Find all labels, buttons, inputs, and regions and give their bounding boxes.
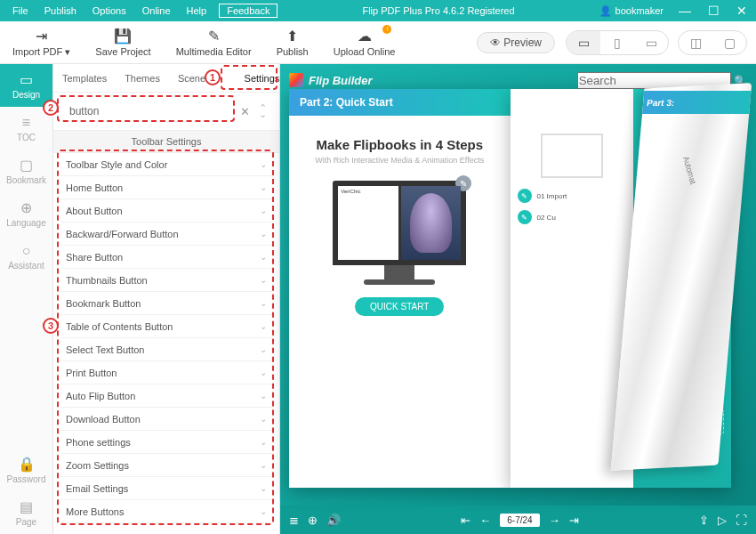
menu-file[interactable]: File [5,5,36,16]
chevron-down-icon: ⌄ [260,275,267,285]
maximize-button[interactable]: ☐ [699,4,728,18]
tab-themes[interactable]: Themes [116,64,169,92]
cloud-icon: ☁ [358,28,372,44]
chevron-down-icon: ⌄ [260,368,267,377]
minimize-button[interactable]: — [671,4,699,18]
tab-templates[interactable]: Templates [53,64,116,92]
page-indicator[interactable]: 6-7/24 [500,514,539,527]
bookmark-icon: ▢ [20,157,33,174]
next-page-button[interactable]: → [549,514,560,527]
page-subheading: With Rich Interactive Media & Animation … [289,156,511,165]
rail-toc[interactable]: ≡TOC [0,107,52,150]
left-rail: ▭Design ≡TOC ▢Bookmark ⊕Language ○Assist… [0,64,53,534]
setting-item[interactable]: Bookmark Button⌄ [60,292,272,315]
setting-item-label: About Button [66,206,123,216]
user-badge[interactable]: 👤 bookmaker [599,5,664,17]
setting-item[interactable]: Table of Contents Button⌄ [60,315,272,338]
save-icon: 💾 [114,28,132,44]
sound-button[interactable]: 🔊 [326,514,341,527]
import-pdf-button[interactable]: ⇥ Import PDF ▾ [0,21,83,63]
setting-item[interactable]: Thumbnails Button⌄ [60,269,272,292]
step-01: ✎01 Import [518,189,627,203]
editor-label: Multimedia Editor [176,46,252,57]
upload-online-button[interactable]: ☁ ↑ Upload Online [321,21,408,63]
publish-button[interactable]: ⬆ Publish [264,21,321,63]
expand-collapse-buttons[interactable]: ⌃⌄ [259,105,267,117]
fullscreen-button[interactable]: ⛶ [736,514,747,527]
rail-password-label: Password [7,474,46,484]
tablet-illustration [541,134,603,178]
rail-design[interactable]: ▭Design [0,64,52,107]
toolbar-settings-header: Toolbar Settings [53,130,279,153]
share-button[interactable]: ⇪ [699,514,709,527]
device-preview-group: ▭ ▯ ▭ [566,30,669,55]
setting-item-label: Zoom Settings [66,460,129,471]
rail-assistant[interactable]: ○Assistant [0,235,52,278]
rail-language[interactable]: ⊕Language [0,192,52,235]
main-area: ▭Design ≡TOC ▢Bookmark ⊕Language ○Assist… [0,64,756,534]
menu-online[interactable]: Online [135,5,178,16]
setting-item-label: Print Button [66,368,117,378]
flipbuilder-logo: Flip Builder [289,73,373,87]
double-page-button[interactable]: ◫ [679,31,712,54]
setting-item-label: More Buttons [66,506,124,517]
setting-item[interactable]: Backward/Forward Button⌄ [60,222,272,246]
book-preview[interactable]: Part 2: Quick Start Make Flipbooks in 4 … [289,89,731,488]
chevron-down-icon: ⌄ [260,483,267,493]
settings-search-row: ✕ ⌃⌄ [59,96,274,126]
clear-search-button[interactable]: ✕ [238,105,252,118]
zoom-button[interactable]: ⊕ [308,514,318,527]
prev-page-button[interactable]: ← [479,514,491,527]
rail-password[interactable]: 🔒Password [0,449,52,491]
autoplay-button[interactable]: ▷ [718,514,727,527]
setting-item[interactable]: Download Button⌄ [60,408,272,431]
setting-item[interactable]: Print Button⌄ [60,361,272,384]
setting-item-label: Download Button [66,414,141,425]
setting-item-label: Home Button [66,182,123,193]
menu-bar: File Publish Options Online Help [0,5,213,16]
setting-item-label: Toolbar Style and Color [66,159,167,170]
publish-label: Publish [277,46,309,57]
quick-start-button[interactable]: QUICK START [355,297,444,316]
tablet-view-button[interactable]: ▯ [600,31,634,54]
menu-help[interactable]: Help [180,5,214,16]
page-heading: Make Flipbooks in 4 Steps [289,137,511,152]
settings-search-input[interactable] [66,101,235,122]
setting-item[interactable]: About Button⌄ [60,199,272,222]
chevron-down-icon: ⌄ [260,391,267,400]
window-buttons: — ☐ ✕ [671,4,756,18]
last-page-button[interactable]: ⇥ [569,514,579,527]
design-tabs: Templates Themes Scenes Settings [53,64,279,93]
setting-item[interactable]: More Buttons⌄ [60,500,272,523]
setting-item[interactable]: Select Text Button⌄ [60,338,272,361]
rail-bookmark[interactable]: ▢Bookmark [0,150,52,192]
editor-icon: ✎ [208,28,220,44]
setting-item[interactable]: Share Button⌄ [60,246,272,269]
setting-item[interactable]: Auto Flip Button⌄ [60,384,272,408]
menu-options[interactable]: Options [85,5,133,16]
feedback-button[interactable]: Feedback [219,4,277,18]
multimedia-editor-button[interactable]: ✎ Multimedia Editor [164,21,264,63]
single-page-button[interactable]: ▢ [712,31,746,54]
tab-scenes[interactable]: Scenes [169,64,220,92]
setting-item[interactable]: Phone settings⌄ [60,431,272,454]
notification-dot-icon: ↑ [382,25,391,34]
setting-item[interactable]: Home Button⌄ [60,176,272,199]
settings-list: Toolbar Style and Color⌄Home Button⌄Abou… [53,153,279,534]
first-page-button[interactable]: ⇤ [461,514,470,527]
desktop-view-button[interactable]: ▭ [567,31,600,54]
save-project-button[interactable]: 💾 Save Project [83,21,163,63]
thumbnails-button[interactable]: ≣ [289,514,299,527]
setting-item[interactable]: Zoom Settings⌄ [60,454,272,477]
language-icon: ⊕ [20,199,32,216]
preview-button[interactable]: 👁 Preview [477,32,555,53]
rail-page[interactable]: ▤Page [0,491,52,534]
menu-publish[interactable]: Publish [37,5,84,16]
setting-item-label: Phone settings [66,437,131,448]
caret-down-icon: ⌄ [259,111,267,117]
setting-item[interactable]: Email Settings⌄ [60,477,272,500]
laptop-view-button[interactable]: ▭ [634,31,668,54]
close-button[interactable]: ✕ [728,4,756,18]
setting-item[interactable]: Toolbar Style and Color⌄ [60,153,272,176]
left-page: Part 2: Quick Start Make Flipbooks in 4 … [289,89,511,488]
